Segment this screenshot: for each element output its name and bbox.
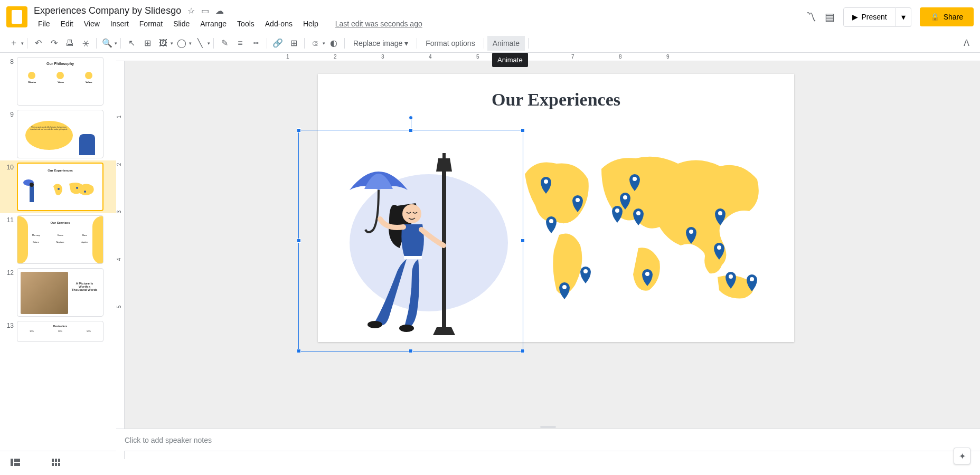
share-button[interactable]: 🔒 Share bbox=[920, 7, 974, 26]
speaker-notes[interactable]: Click to add speaker notes bbox=[116, 429, 980, 451]
toolbar: ＋▾ ↶ ↷ 🖶 ⚹ 🔍▾ ↖ ⊞ 🖼▾ ◯▾ ╲▾ ✎ ≡ ┅ 🔗 ⊞ ⟃▾ … bbox=[0, 34, 980, 53]
cloud-status-icon[interactable]: ☁ bbox=[215, 6, 224, 16]
slide-thumb-12[interactable]: 12 A Picture Is Worth a Thousand Words bbox=[0, 266, 116, 319]
horizontal-ruler: 1 2 3 4 5 6 7 8 9 bbox=[116, 53, 980, 61]
svg-point-25 bbox=[717, 245, 721, 250]
rotation-handle[interactable] bbox=[409, 116, 413, 120]
menu-insert[interactable]: Insert bbox=[106, 18, 133, 29]
svg-point-22 bbox=[645, 272, 649, 276]
svg-rect-31 bbox=[52, 459, 54, 462]
header: Experiences Company by Slidesgo ☆ ▭ ☁ Fi… bbox=[0, 0, 980, 34]
slide-thumb-11[interactable]: 11 Our Services MercuryVenusMars SaturnN… bbox=[0, 213, 116, 266]
menu-bar: File Edit View Insert Format Slide Arran… bbox=[34, 18, 806, 29]
svg-point-16 bbox=[562, 285, 567, 289]
collapse-toolbar-button[interactable]: ᐱ bbox=[959, 36, 974, 51]
menu-help[interactable]: Help bbox=[299, 18, 323, 29]
slide-thumb-8[interactable]: 8 Our Philosophy MissionVisionValues bbox=[0, 55, 116, 108]
slide-thumb-10[interactable]: 10 Our Experiences bbox=[0, 160, 116, 213]
redo-button[interactable]: ↷ bbox=[46, 36, 61, 51]
menu-file[interactable]: File bbox=[34, 18, 54, 29]
resize-handle-ml[interactable] bbox=[297, 239, 301, 243]
menu-arrange[interactable]: Arrange bbox=[196, 18, 231, 29]
comment-button[interactable]: ⊞ bbox=[286, 36, 301, 51]
explore-button[interactable]: ✦ bbox=[954, 448, 970, 464]
textbox-tool[interactable]: ⊞ bbox=[140, 36, 155, 51]
replace-image-button[interactable]: Replace image ▾ bbox=[348, 36, 413, 51]
present-button[interactable]: ▶ Present bbox=[843, 7, 896, 27]
print-button[interactable]: 🖶 bbox=[62, 36, 77, 51]
svg-rect-35 bbox=[55, 463, 57, 466]
slide-thumb-13[interactable]: 13 Bestsellers 10%30%50% bbox=[0, 319, 116, 344]
animate-button[interactable]: Animate bbox=[487, 36, 525, 51]
svg-point-2 bbox=[30, 183, 34, 187]
image-tool[interactable]: 🖼 bbox=[156, 36, 171, 51]
move-icon[interactable]: ▭ bbox=[201, 6, 209, 16]
svg-point-23 bbox=[689, 230, 693, 234]
svg-point-26 bbox=[729, 274, 733, 279]
menu-addons[interactable]: Add-ons bbox=[261, 18, 297, 29]
title-area: Experiences Company by Slidesgo ☆ ▭ ☁ Fi… bbox=[34, 5, 806, 29]
svg-rect-1 bbox=[30, 186, 34, 202]
play-icon: ▶ bbox=[852, 13, 858, 21]
slide-canvas[interactable]: Our Experiences bbox=[318, 74, 794, 342]
select-tool[interactable]: ↖ bbox=[124, 36, 139, 51]
lock-icon: 🔒 bbox=[930, 13, 939, 21]
resize-handle-tl[interactable] bbox=[297, 128, 301, 132]
border-dash-button[interactable]: ┅ bbox=[249, 36, 263, 51]
svg-point-4 bbox=[76, 187, 78, 189]
resize-handle-br[interactable] bbox=[521, 349, 525, 353]
slide-filmstrip[interactable]: 8 Our Philosophy MissionVisionValues 9 T… bbox=[0, 53, 116, 451]
slide-thumb-9[interactable]: 9 This is a quote, words full of wisdom … bbox=[0, 108, 116, 160]
resize-handle-bm[interactable] bbox=[409, 349, 413, 353]
svg-rect-32 bbox=[55, 459, 57, 462]
animate-tooltip: Animate bbox=[492, 53, 528, 67]
selection-box[interactable] bbox=[298, 130, 523, 352]
present-dropdown[interactable]: ▾ bbox=[896, 7, 911, 27]
filmstrip-view-icon[interactable] bbox=[11, 459, 20, 468]
menu-edit[interactable]: Edit bbox=[56, 18, 78, 29]
svg-rect-29 bbox=[14, 459, 20, 462]
svg-rect-36 bbox=[58, 463, 60, 466]
resize-handle-tr[interactable] bbox=[521, 128, 525, 132]
link-button[interactable]: 🔗 bbox=[270, 36, 285, 51]
new-slide-button[interactable]: ＋ bbox=[6, 36, 21, 51]
svg-point-18 bbox=[615, 208, 619, 213]
crop-button[interactable]: ⟃ bbox=[308, 36, 323, 51]
svg-point-21 bbox=[636, 211, 640, 215]
shape-tool[interactable]: ◯ bbox=[174, 36, 189, 51]
world-map[interactable] bbox=[509, 142, 773, 317]
resize-handle-bl[interactable] bbox=[297, 349, 301, 353]
menu-format[interactable]: Format bbox=[135, 18, 167, 29]
line-tool[interactable]: ╲ bbox=[193, 36, 208, 51]
svg-point-3 bbox=[58, 188, 60, 190]
mask-button[interactable]: ◐ bbox=[326, 36, 341, 51]
menu-slide[interactable]: Slide bbox=[169, 18, 194, 29]
grid-view-icon[interactable] bbox=[52, 459, 60, 468]
last-edit-link[interactable]: Last edit was seconds ago bbox=[331, 18, 427, 29]
svg-point-15 bbox=[549, 219, 553, 223]
vertical-ruler: 1 2 3 4 5 bbox=[116, 61, 125, 459]
star-icon[interactable]: ☆ bbox=[187, 6, 195, 16]
doc-title[interactable]: Experiences Company by Slidesgo bbox=[34, 5, 181, 16]
border-color-button[interactable]: ✎ bbox=[217, 36, 232, 51]
zoom-button[interactable]: 🔍 bbox=[100, 36, 115, 51]
svg-point-13 bbox=[544, 179, 548, 184]
resize-handle-tm[interactable] bbox=[409, 128, 413, 132]
notes-placeholder: Click to add speaker notes bbox=[125, 436, 212, 444]
svg-point-27 bbox=[750, 277, 754, 281]
svg-rect-33 bbox=[58, 459, 60, 462]
slides-logo[interactable] bbox=[6, 6, 27, 27]
canvas-scroll[interactable]: Our Experiences bbox=[116, 61, 980, 429]
format-options-button[interactable]: Format options bbox=[420, 36, 480, 51]
comments-icon[interactable]: ▤ bbox=[825, 11, 835, 23]
menu-tools[interactable]: Tools bbox=[233, 18, 259, 29]
activity-icon[interactable]: 〽 bbox=[806, 11, 816, 23]
main-area: 8 Our Philosophy MissionVisionValues 9 T… bbox=[0, 53, 980, 451]
undo-button[interactable]: ↶ bbox=[31, 36, 45, 51]
slide-title[interactable]: Our Experiences bbox=[318, 74, 794, 110]
paint-format-button[interactable]: ⚹ bbox=[78, 36, 93, 51]
menu-view[interactable]: View bbox=[80, 18, 104, 29]
resize-handle-mr[interactable] bbox=[521, 239, 525, 243]
svg-point-14 bbox=[576, 198, 580, 202]
border-weight-button[interactable]: ≡ bbox=[233, 36, 248, 51]
